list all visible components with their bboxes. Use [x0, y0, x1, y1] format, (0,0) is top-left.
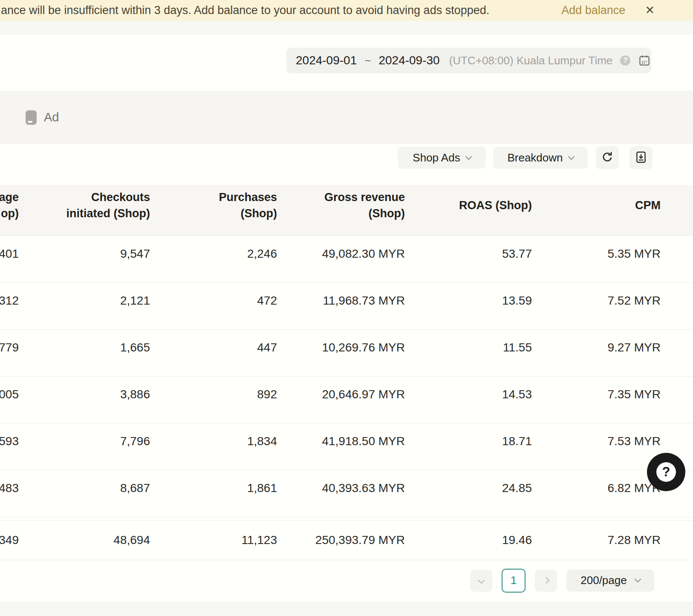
column-header-cpm[interactable]: CPM: [635, 189, 661, 222]
totals-row: 349 48,694 11,123 250,393.79 MYR 19.46 7…: [0, 521, 693, 560]
column-header-truncated[interactable]: age op): [0, 189, 19, 222]
column-header-checkouts-initiated[interactable]: Checkouts initiated (Shop): [66, 189, 150, 222]
next-page-button[interactable]: [535, 570, 557, 592]
banner-actions: Add balance ✕: [561, 0, 655, 21]
prev-page-button[interactable]: [470, 570, 492, 592]
question-mark-icon: ?: [656, 462, 676, 482]
table-row[interactable]: 401 9,547 2,246 49,082.30 MYR 53.77 5.35…: [0, 236, 693, 283]
banner-message: ance will be insufficient within 3 days.…: [1, 0, 489, 21]
help-button[interactable]: ?: [647, 453, 685, 491]
breakdown-dropdown[interactable]: Breakdown: [493, 147, 588, 169]
pagination-bar: 1 200/page: [0, 560, 693, 601]
ads-manager-screen: ance will be insufficient within 3 days.…: [0, 0, 693, 616]
start-date: 2024-09-01: [296, 54, 357, 67]
download-icon: [634, 150, 648, 165]
chevron-down-icon: [634, 576, 641, 583]
refresh-button[interactable]: [596, 146, 619, 169]
chevron-left-icon: [478, 577, 485, 584]
table-body: 401 9,547 2,246 49,082.30 MYR 53.77 5.35…: [0, 236, 693, 517]
end-date: 2024-09-30: [378, 54, 439, 67]
calendar-icon: [638, 54, 651, 67]
close-icon[interactable]: ✕: [645, 5, 655, 16]
current-page-button[interactable]: 1: [502, 569, 526, 593]
level-tabs-section: Ad: [0, 91, 693, 144]
timezone-help-icon[interactable]: ?: [620, 55, 630, 66]
tab-ad-label: Ad: [44, 110, 59, 124]
column-header-roas[interactable]: ROAS (Shop): [459, 189, 532, 222]
refresh-icon: [601, 150, 614, 165]
table-row[interactable]: 005 3,886 892 20,646.97 MYR 14.53 7.35 M…: [0, 377, 693, 423]
date-range-picker[interactable]: 2024-09-01 ~ 2024-09-30 (UTC+08:00) Kual…: [286, 48, 651, 73]
totals-separator: [0, 517, 693, 521]
breakdown-label: Breakdown: [507, 151, 563, 164]
timezone-label: (UTC+08:00) Kuala Lumpur Time: [449, 54, 613, 67]
filter-bar: 2024-09-01 ~ 2024-09-30 (UTC+08:00) Kual…: [0, 35, 693, 91]
chevron-down-icon: [465, 153, 472, 160]
table-toolbar: Shop Ads Breakdown: [0, 144, 693, 185]
chevron-down-icon: [568, 153, 575, 160]
top-divider-strip: [0, 21, 693, 35]
ads-type-label: Shop Ads: [413, 151, 460, 164]
chevron-right-icon: [543, 577, 549, 584]
bottom-strip: [0, 602, 693, 616]
data-table-card: Shop Ads Breakdown: [0, 144, 693, 602]
date-separator: ~: [364, 54, 371, 67]
table-row[interactable]: 779 1,665 447 10,269.76 MYR 11.55 9.27 M…: [0, 330, 693, 377]
table-header-row: age op) Checkouts initiated (Shop) Purch…: [0, 185, 693, 236]
ad-card-icon: [26, 110, 37, 125]
column-header-gross-revenue[interactable]: Gross revenue (Shop): [324, 189, 405, 222]
page-size-select[interactable]: 200/page: [566, 570, 654, 592]
tab-ad[interactable]: Ad: [26, 110, 59, 125]
download-button[interactable]: [629, 146, 653, 169]
page-size-label: 200/page: [580, 574, 627, 587]
column-header-purchases[interactable]: Purchases (Shop): [219, 189, 277, 222]
add-balance-link[interactable]: Add balance: [561, 4, 625, 17]
table-row[interactable]: 312 2,121 472 11,968.73 MYR 13.59 7.52 M…: [0, 283, 693, 330]
ads-type-dropdown[interactable]: Shop Ads: [398, 147, 486, 169]
low-balance-banner: ance will be insufficient within 3 days.…: [0, 0, 693, 21]
table-row[interactable]: 593 7,796 1,834 41,918.50 MYR 18.71 7.53…: [0, 423, 693, 470]
table-row[interactable]: 483 8,687 1,861 40,393.63 MYR 24.85 6.82…: [0, 470, 693, 517]
